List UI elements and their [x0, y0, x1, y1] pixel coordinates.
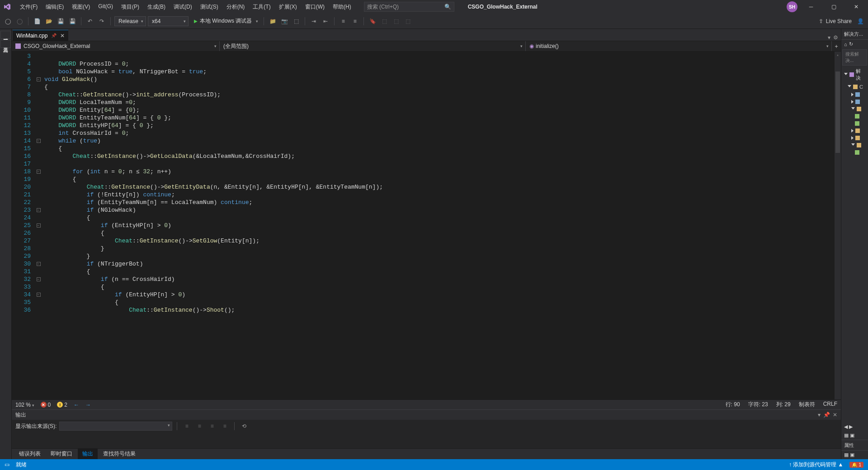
panel-close-icon[interactable]: ✕ — [833, 412, 837, 418]
tree-item[interactable] — [841, 142, 868, 149]
view-icons[interactable]: ▦ ▣ — [841, 431, 868, 440]
tool-tab[interactable]: 工具箱 — [0, 40, 11, 48]
chevron-right-icon[interactable] — [851, 100, 854, 104]
open-icon[interactable]: 📂 — [44, 16, 54, 26]
chevron-down-icon[interactable] — [844, 73, 848, 77]
out-icon-1[interactable]: ≡ — [182, 421, 192, 431]
menu-item[interactable]: 扩展(X) — [275, 1, 301, 13]
tb-icon-10[interactable]: ⬚ — [403, 16, 413, 26]
menu-item[interactable]: 帮助(H) — [329, 1, 355, 13]
nav-namespace-combo[interactable]: (全局范围) — [220, 41, 526, 51]
platform-combo[interactable]: x64 — [148, 16, 189, 26]
tb-icon-7[interactable]: ≡ — [350, 16, 360, 26]
nav-member-combo[interactable]: ◉ initialize() — [526, 41, 832, 51]
tool-tab[interactable]: 服务器资源管理器 — [0, 31, 11, 39]
pin-icon[interactable]: 📌 — [51, 33, 57, 38]
scrollbar-thumb[interactable] — [835, 71, 840, 153]
chevron-right-icon[interactable] — [851, 129, 854, 133]
avatar[interactable]: SH — [787, 1, 797, 12]
nav-fwd-icon[interactable]: ◯ — [14, 16, 24, 26]
live-share-button[interactable]: ⇪ Live Share — [819, 18, 852, 24]
vertical-scrollbar[interactable]: ▴ — [835, 52, 841, 399]
tree-item[interactable] — [841, 120, 868, 127]
menu-item[interactable]: 编辑(E) — [42, 1, 67, 13]
menu-item[interactable]: 文件(F) — [16, 1, 41, 13]
panel-pin-icon[interactable]: 📌 — [823, 412, 830, 418]
home-icon[interactable]: ⌂ — [844, 42, 847, 47]
solution-explorer[interactable]: 解决方... ⌂ ↻ 搜索解决... 解决 C — [841, 29, 868, 459]
file-tab-winmain[interactable]: WinMain.cpp 📌 ✕ — [13, 30, 68, 41]
tree-item[interactable] — [841, 105, 868, 113]
nav-back-icon[interactable]: ◯ — [3, 16, 13, 26]
menu-item[interactable]: 项目(P) — [118, 1, 143, 13]
chevron-down-icon[interactable] — [848, 85, 851, 89]
solution-toolbar[interactable]: ⌂ ↻ — [841, 40, 868, 48]
bottom-tab[interactable]: 错误列表 — [14, 449, 45, 459]
bottom-tab[interactable]: 即时窗口 — [46, 449, 77, 459]
zoom-combo[interactable]: 102 % — [15, 402, 34, 408]
new-item-icon[interactable]: 📄 — [32, 16, 42, 26]
out-icon-4[interactable]: ≡ — [220, 421, 230, 431]
bottom-tab[interactable]: 输出 — [78, 449, 98, 459]
out-icon-5[interactable]: ⟲ — [239, 421, 249, 431]
maximize-button[interactable]: ▢ — [825, 0, 843, 14]
menu-item[interactable]: 工具(T) — [249, 1, 274, 13]
warning-count[interactable]: ! 2 — [57, 402, 67, 408]
menu-item[interactable]: 窗口(W) — [302, 1, 328, 13]
start-debug-button[interactable]: ▶ 本地 Windows 调试器 — [190, 16, 260, 26]
scm-button[interactable]: ↑ 添加到源代码管理 ▲ — [789, 461, 844, 469]
error-count[interactable]: ✕ 0 — [41, 402, 51, 408]
chevron-down-icon[interactable] — [851, 143, 855, 147]
nav-scope-combo[interactable]: CSGO_GlowHack_External — [12, 41, 220, 51]
chevron-right-icon[interactable] — [851, 136, 854, 140]
redo-icon[interactable]: ↷ — [97, 16, 107, 26]
undo-icon[interactable]: ↶ — [85, 16, 95, 26]
tab-gear-icon[interactable]: ⚙ — [833, 34, 838, 41]
fold-gutter[interactable]: −−−−−−−− — [35, 52, 42, 399]
tree-item[interactable] — [841, 113, 868, 120]
menu-item[interactable]: 调试(D) — [170, 1, 196, 13]
out-icon-2[interactable]: ≡ — [194, 421, 204, 431]
tree-item[interactable] — [841, 91, 868, 98]
line-ending[interactable]: CRLF — [823, 401, 837, 408]
tree-item[interactable] — [841, 98, 868, 105]
chevron-right-icon[interactable] — [851, 93, 854, 96]
solution-node[interactable]: 解决 — [841, 66, 868, 83]
refresh-icon[interactable]: ↻ — [849, 41, 853, 47]
out-icon-3[interactable]: ≡ — [207, 421, 217, 431]
minimize-button[interactable]: ─ — [802, 0, 820, 14]
feedback-icon[interactable]: 👤 — [855, 16, 865, 26]
menu-item[interactable]: 测试(S) — [197, 1, 222, 13]
output-source-combo[interactable] — [59, 422, 172, 431]
indent-mode[interactable]: 制表符 — [799, 401, 815, 408]
tb-icon-6[interactable]: ≡ — [338, 16, 348, 26]
close-button[interactable]: ✕ — [847, 0, 865, 14]
prop-icons[interactable]: ▦ ▣ — [841, 451, 868, 459]
nav-add-button[interactable]: ＋ — [832, 41, 841, 51]
tab-dropdown-icon[interactable]: ▾ — [828, 34, 830, 41]
tb-icon-2[interactable]: 📷 — [279, 16, 289, 26]
panel-dropdown-icon[interactable]: ▾ — [818, 412, 821, 418]
code-editor[interactable]: 3456789101112131415161718192021222324252… — [12, 52, 841, 399]
tb-icon-8[interactable]: ⬚ — [379, 16, 389, 26]
tb-icon-1[interactable]: 📁 — [268, 16, 278, 26]
menu-item[interactable]: 生成(B) — [144, 1, 169, 13]
config-combo[interactable]: Release — [114, 16, 146, 26]
project-node[interactable]: C — [841, 83, 868, 91]
nav-fwd-arrow[interactable]: → — [85, 402, 91, 408]
menu-item[interactable]: 视图(V) — [68, 1, 94, 13]
search-box[interactable]: 搜索 (Ctrl+Q) 🔍 — [364, 2, 454, 12]
menu-item[interactable]: Git(G) — [94, 1, 117, 13]
tb-icon-3[interactable]: ⬚ — [291, 16, 301, 26]
tb-icon-5[interactable]: ⇤ — [321, 16, 330, 26]
bottom-tab[interactable]: 查找符号结果 — [99, 449, 140, 459]
tree-item[interactable] — [841, 149, 868, 156]
bookmark-icon[interactable]: 🔖 — [368, 16, 377, 26]
tree-item[interactable] — [841, 127, 868, 134]
close-tab-icon[interactable]: ✕ — [60, 33, 65, 39]
menu-item[interactable]: 分析(N) — [223, 1, 249, 13]
arrow-left-icon[interactable]: ◀ ▶ — [841, 423, 868, 431]
tb-icon-4[interactable]: ⇥ — [309, 16, 319, 26]
code-content[interactable]: DWORD ProcessID = 0; bool NGlowHack = tr… — [42, 52, 835, 399]
tree-item[interactable] — [841, 134, 868, 142]
